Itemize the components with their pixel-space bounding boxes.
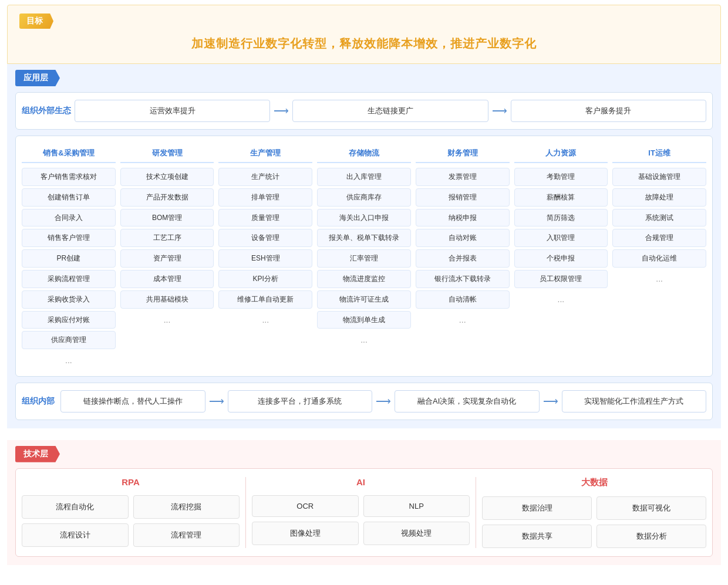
module-col-5: 人力资源考勤管理薪酬核算简历筛选入职管理个税申报员工权限管理... xyxy=(514,144,608,370)
eco-item-0: 运营效率提升 xyxy=(75,100,270,122)
inner-arrow-2: ⟶ xyxy=(543,395,558,408)
inner-arrow-0: ⟶ xyxy=(209,395,224,408)
tech-title-2: 大数据 xyxy=(482,477,706,492)
module-item-4-1: 报销管理 xyxy=(416,188,510,207)
module-item-5-4: 个税申报 xyxy=(514,249,608,268)
module-item-3-8: ... xyxy=(317,331,411,350)
tech-item-2-0-1: 数据可视化 xyxy=(596,496,706,520)
module-header-6: IT运维 xyxy=(612,144,706,163)
goal-section: 目标 加速制造行业数字化转型，释放效能降本增效，推进产业数字化 xyxy=(7,5,721,64)
module-header-5: 人力资源 xyxy=(514,144,608,163)
module-item-1-4: 资产管理 xyxy=(120,249,214,268)
module-item-5-0: 考勤管理 xyxy=(514,168,608,186)
module-item-5-5: 员工权限管理 xyxy=(514,270,608,288)
module-item-0-2: 合同录入 xyxy=(22,209,116,227)
module-item-3-5: 物流进度监控 xyxy=(317,270,411,288)
module-item-4-0: 发票管理 xyxy=(416,168,510,186)
module-item-3-6: 物流许可证生成 xyxy=(317,290,411,309)
module-item-6-4: 自动化运维 xyxy=(612,249,706,268)
module-col-1: 研发管理技术立项创建产品开发数据BOM管理工艺工序资产管理成本管理共用基础模块.… xyxy=(120,144,214,370)
modules-grid: 销售&采购管理客户销售需求核对创建销售订单合同录入销售客户管理PR创建采购流程管… xyxy=(22,144,706,370)
inner-item-3: 实现智能化工作流程生产方式 xyxy=(562,390,707,412)
tech-row-1-1: 图像处理视频处理 xyxy=(252,522,470,545)
module-item-3-3: 报关单、税单下载转录 xyxy=(317,229,411,247)
module-item-3-2: 海关出入口申报 xyxy=(317,209,411,227)
tech-item-1-1-0: 图像处理 xyxy=(252,522,359,545)
module-item-2-0: 生产统计 xyxy=(218,168,312,186)
module-header-1: 研发管理 xyxy=(120,144,214,163)
tech-layer-badge: 技术层 xyxy=(15,446,60,462)
module-item-0-5: 采购流程管理 xyxy=(22,270,116,288)
module-item-6-0: 基础设施管理 xyxy=(612,168,706,186)
tech-col-0: RPA流程自动化流程挖掘流程设计流程管理 xyxy=(22,477,246,548)
tech-row-0-1: 流程设计流程管理 xyxy=(22,523,240,547)
goal-badge: 目标 xyxy=(19,13,53,29)
tech-row-0-0: 流程自动化流程挖掘 xyxy=(22,495,240,519)
module-item-5-3: 入职管理 xyxy=(514,229,608,247)
module-item-5-2: 简历筛选 xyxy=(514,209,608,227)
module-item-2-1: 排单管理 xyxy=(218,188,312,207)
eco-arrow-0: ⟶ xyxy=(274,104,289,117)
module-item-1-2: BOM管理 xyxy=(120,209,214,227)
inner-item-0: 链接操作断点，替代人工操作 xyxy=(60,390,205,412)
tech-item-0-1-0: 流程设计 xyxy=(22,523,129,547)
module-item-4-5: 银行流水下载转录 xyxy=(416,270,510,288)
tech-col-1: AIOCRNLP图像处理视频处理 xyxy=(252,477,476,548)
tech-row-2-1: 数据共享数据分析 xyxy=(482,525,706,548)
module-item-2-2: 质量管理 xyxy=(218,209,312,227)
tech-item-2-1-0: 数据共享 xyxy=(482,525,592,548)
module-col-6: IT运维基础设施管理故障处理系统测试合规管理自动化运维... xyxy=(612,144,706,370)
tech-title-0: RPA xyxy=(22,477,240,491)
module-item-0-4: PR创建 xyxy=(22,249,116,268)
module-item-3-7: 物流到单生成 xyxy=(317,311,411,329)
tech-row-1-0: OCRNLP xyxy=(252,495,470,517)
modules-container: 销售&采购管理客户销售需求核对创建销售订单合同录入销售客户管理PR创建采购流程管… xyxy=(15,136,713,377)
module-header-4: 财务管理 xyxy=(416,144,510,163)
tech-item-0-0-1: 流程挖掘 xyxy=(133,495,240,519)
inner-item-1: 连接多平台，打通多系统 xyxy=(228,390,373,412)
tech-row-2-0: 数据治理数据可视化 xyxy=(482,496,706,520)
module-col-3: 存储物流出入库管理供应商库存海关出入口申报报关单、税单下载转录汇率管理物流进度监… xyxy=(317,144,411,370)
eco-arrow-1: ⟶ xyxy=(492,104,507,117)
module-item-1-1: 产品开发数据 xyxy=(120,188,214,207)
inner-org-row: 组织内部 链接操作断点，替代人工操作⟶连接多平台，打通多系统⟶融合AI决策，实现… xyxy=(15,383,713,420)
inner-org-items: 链接操作断点，替代人工操作⟶连接多平台，打通多系统⟶融合AI决策，实现复杂自动化… xyxy=(60,390,706,412)
inner-org-label: 组织内部 xyxy=(22,396,60,407)
module-item-4-6: 自动清帐 xyxy=(416,290,510,309)
module-item-1-6: 共用基础模块 xyxy=(120,290,214,309)
module-item-5-6: ... xyxy=(514,290,608,309)
module-col-4: 财务管理发票管理报销管理纳税申报自动对账合并报表银行流水下载转录自动清帐... xyxy=(416,144,510,370)
tech-grid: RPA流程自动化流程挖掘流程设计流程管理AIOCRNLP图像处理视频处理大数据数… xyxy=(15,468,713,557)
module-item-3-4: 汇率管理 xyxy=(317,249,411,268)
eco-item-1: 生态链接更广 xyxy=(292,100,488,122)
module-item-2-5: KPI分析 xyxy=(218,270,312,288)
module-item-1-5: 成本管理 xyxy=(120,270,214,288)
module-item-5-1: 薪酬核算 xyxy=(514,188,608,207)
app-layer-badge: 应用层 xyxy=(15,70,60,86)
module-item-3-0: 出入库管理 xyxy=(317,168,411,186)
tech-item-2-0-0: 数据治理 xyxy=(482,496,592,520)
module-item-0-8: 供应商管理 xyxy=(22,331,116,349)
tech-title-1: AI xyxy=(252,477,470,491)
module-header-0: 销售&采购管理 xyxy=(22,144,116,163)
tech-item-1-0-1: NLP xyxy=(363,495,470,517)
outer-eco-items: 运营效率提升 ⟶ 生态链接更广 ⟶ 客户服务提升 xyxy=(75,100,706,122)
module-item-4-2: 纳税申报 xyxy=(416,209,510,227)
module-item-0-1: 创建销售订单 xyxy=(22,188,116,207)
module-header-2: 生产管理 xyxy=(218,144,312,163)
goal-title: 加速制造行业数字化转型，释放效能降本增效，推进产业数字化 xyxy=(19,32,709,55)
module-item-2-4: ESH管理 xyxy=(218,249,312,268)
module-item-4-3: 自动对账 xyxy=(416,229,510,247)
module-item-2-6: 维修工单自动更新 xyxy=(218,290,312,309)
module-col-2: 生产管理生产统计排单管理质量管理设备管理ESH管理KPI分析维修工单自动更新..… xyxy=(218,144,312,370)
inner-arrow-1: ⟶ xyxy=(376,395,391,408)
tech-item-1-0-0: OCR xyxy=(252,495,359,517)
module-item-2-3: 设备管理 xyxy=(218,229,312,247)
tech-item-2-1-1: 数据分析 xyxy=(596,525,706,548)
outer-eco-row: 组织外部生态 运营效率提升 ⟶ 生态链接更广 ⟶ 客户服务提升 xyxy=(15,92,713,130)
module-item-1-3: 工艺工序 xyxy=(120,229,214,247)
module-item-4-4: 合并报表 xyxy=(416,249,510,268)
module-col-0: 销售&采购管理客户销售需求核对创建销售订单合同录入销售客户管理PR创建采购流程管… xyxy=(22,144,116,370)
tech-col-2: 大数据数据治理数据可视化数据共享数据分析 xyxy=(482,477,706,548)
module-item-4-7: ... xyxy=(416,311,510,330)
